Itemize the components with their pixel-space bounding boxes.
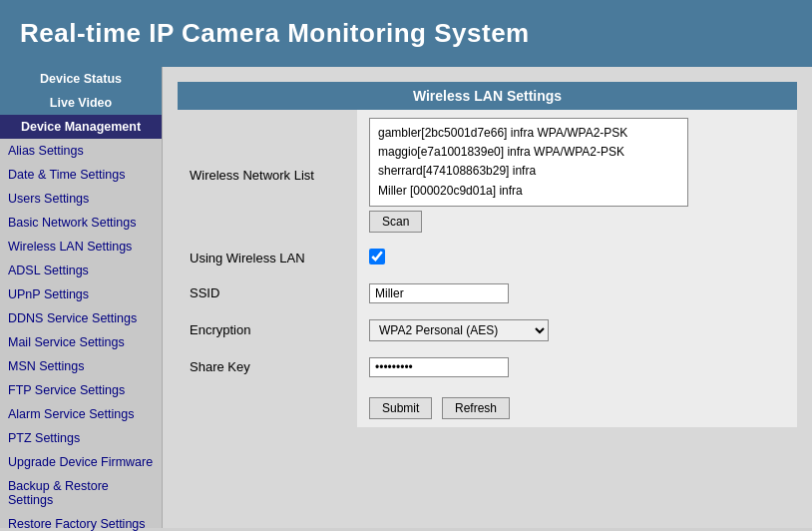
main-content: Wireless LAN Settings Wireless Network L…: [163, 67, 812, 528]
share-key-input[interactable]: [369, 357, 509, 377]
sidebar-item-adsl-settings[interactable]: ADSL Settings: [0, 259, 162, 282]
sidebar-item-mail-settings[interactable]: Mail Service Settings: [0, 330, 162, 354]
ssid-input[interactable]: [369, 283, 509, 303]
network-entry: gambler[2bc5001d7e66] infra WPA/WPA2-PSK: [378, 124, 679, 143]
sidebar-item-alarm-settings[interactable]: Alarm Service Settings: [0, 402, 162, 426]
sidebar-item-ftp-settings[interactable]: FTP Service Settings: [0, 378, 162, 402]
sidebar-item-upgrade-firmware[interactable]: Upgrade Device Firmware: [0, 450, 162, 474]
wireless-network-list-cell: gambler[2bc5001d7e66] infra WPA/WPA2-PSK…: [357, 110, 797, 241]
sidebar-item-ptz-settings[interactable]: PTZ Settings: [0, 426, 162, 450]
sidebar-item-live-video[interactable]: Live Video: [0, 91, 162, 115]
ssid-row: SSID: [178, 275, 797, 311]
network-entry: Miller [000020c9d01a] infra: [378, 182, 679, 201]
submit-button[interactable]: Submit: [369, 397, 432, 419]
wireless-network-list-label: Wireless Network List: [178, 110, 357, 241]
sidebar-item-datetime-settings[interactable]: Date & Time Settings: [0, 163, 162, 187]
sidebar-item-device-status[interactable]: Device Status: [0, 67, 162, 91]
section-title: Wireless LAN Settings: [178, 82, 797, 110]
share-key-cell: [357, 349, 797, 385]
action-cell: Submit Refresh: [357, 385, 797, 427]
network-list-box: gambler[2bc5001d7e66] infra WPA/WPA2-PSK…: [369, 118, 688, 207]
sidebar-item-backup-restore[interactable]: Backup & Restore Settings: [0, 474, 162, 512]
using-wireless-lan-checkbox[interactable]: [369, 249, 385, 265]
sidebar-item-users-settings[interactable]: Users Settings: [0, 187, 162, 211]
share-key-label: Share Key: [178, 349, 357, 385]
page-header: Real-time IP Camera Monitoring System: [0, 0, 812, 67]
network-entry: maggio[e7a1001839e0] infra WPA/WPA2-PSK: [378, 143, 679, 162]
sidebar-item-basic-network-settings[interactable]: Basic Network Settings: [0, 211, 162, 235]
network-entry: sherrard[474108863b29] infra: [378, 162, 679, 181]
sidebar-item-restore-factory[interactable]: Restore Factory Settings: [0, 512, 162, 531]
sidebar-item-wireless-lan-settings[interactable]: Wireless LAN Settings: [0, 235, 162, 259]
ssid-label: SSID: [178, 275, 357, 311]
sidebar-item-msn-settings[interactable]: MSN Settings: [0, 354, 162, 378]
encryption-cell: WPA2 Personal (AES)WPA Personal (TKIP)WE…: [357, 311, 797, 349]
using-wireless-lan-label: Using Wireless LAN: [178, 241, 357, 275]
wireless-network-list-row: Wireless Network List gambler[2bc5001d7e…: [178, 110, 797, 241]
sidebar-item-alias-settings[interactable]: Alias Settings: [0, 139, 162, 163]
share-key-row: Share Key: [178, 349, 797, 385]
sidebar-item-upnp-settings[interactable]: UPnP Settings: [0, 282, 162, 306]
encryption-row: Encryption WPA2 Personal (AES)WPA Person…: [178, 311, 797, 349]
refresh-button[interactable]: Refresh: [442, 397, 510, 419]
encryption-select[interactable]: WPA2 Personal (AES)WPA Personal (TKIP)WE…: [369, 319, 549, 341]
ssid-cell: [357, 275, 797, 311]
sidebar-item-ddns-settings[interactable]: DDNS Service Settings: [0, 306, 162, 330]
page-title: Real-time IP Camera Monitoring System: [20, 18, 530, 48]
using-wireless-lan-row: Using Wireless LAN: [178, 241, 797, 275]
encryption-label: Encryption: [178, 311, 357, 349]
settings-table: Wireless Network List gambler[2bc5001d7e…: [178, 110, 797, 427]
action-row: Submit Refresh: [178, 385, 797, 427]
sidebar-item-device-management[interactable]: Device Management: [0, 115, 162, 139]
scan-button[interactable]: Scan: [369, 211, 422, 233]
sidebar: Device StatusLive VideoDevice Management…: [0, 67, 163, 528]
using-wireless-lan-cell: [357, 241, 797, 275]
